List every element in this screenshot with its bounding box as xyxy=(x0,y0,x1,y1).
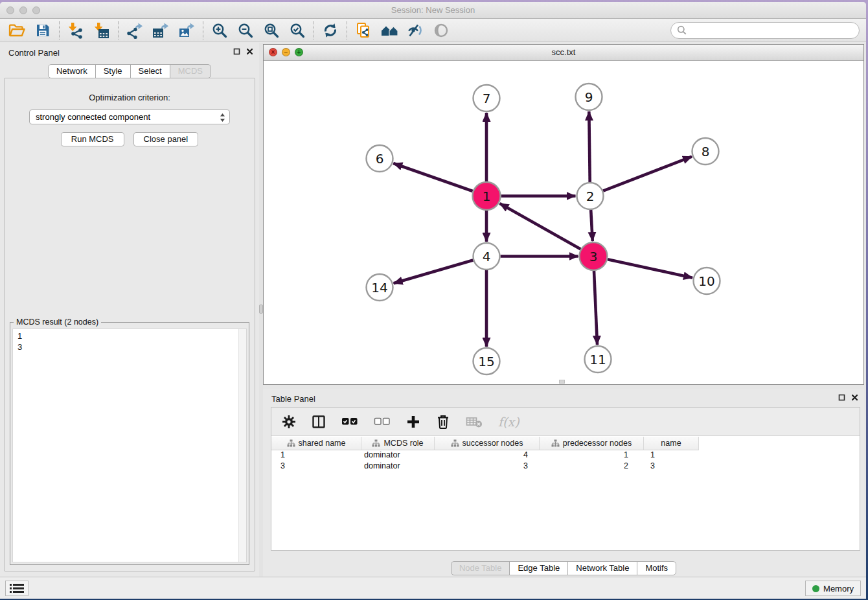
tab-node-table[interactable]: Node Table xyxy=(451,561,510,575)
canvas-resize-handle[interactable] xyxy=(559,380,565,384)
column-header-name[interactable]: name xyxy=(644,437,699,450)
import-table-button[interactable] xyxy=(89,20,115,41)
tab-network-table[interactable]: Network Table xyxy=(567,561,637,575)
table-cell: 4 xyxy=(435,450,540,461)
hide-panels-button[interactable] xyxy=(402,20,428,41)
memory-button[interactable]: Memory xyxy=(805,581,861,596)
graph-edge-4-14[interactable] xyxy=(394,260,474,284)
graph-edge-2-9[interactable] xyxy=(589,111,589,182)
control-panel-tabs: NetworkStyleSelectMCDS xyxy=(0,64,259,78)
close-panel-button[interactable]: Close panel xyxy=(133,132,199,146)
open-folder-icon xyxy=(8,23,25,38)
export-image-icon xyxy=(178,22,195,39)
deselect-all-button[interactable] xyxy=(374,417,391,426)
add-column-button[interactable] xyxy=(406,415,420,429)
float-table-panel-icon[interactable] xyxy=(838,394,845,401)
table-panel: Table Panel xyxy=(263,389,864,577)
duplicate-network-icon xyxy=(355,22,372,39)
network-window-titlebar: × − + scc.txt xyxy=(264,45,863,61)
content-area: Control Panel NetworkStyleSelectMCDS Opt… xyxy=(0,43,866,577)
network-graph[interactable]: 7968124314101511 xyxy=(264,61,863,384)
graph-edge-2-8[interactable] xyxy=(603,157,692,191)
tab-mcds[interactable]: MCDS xyxy=(170,64,211,78)
zoom-in-button[interactable] xyxy=(207,20,233,41)
zoom-fit-button[interactable] xyxy=(258,20,284,41)
graph-node-label-4: 4 xyxy=(483,249,491,264)
mcds-result-group: MCDS result (2 nodes) 13 xyxy=(10,322,249,565)
search-field[interactable] xyxy=(670,22,860,39)
minimize-window-button[interactable] xyxy=(19,6,27,14)
graph-edge-3-11[interactable] xyxy=(594,271,597,345)
open-folder-button[interactable] xyxy=(4,20,30,41)
tab-motifs[interactable]: Motifs xyxy=(637,561,676,575)
window-controls xyxy=(6,6,40,14)
export-image-button[interactable] xyxy=(174,20,200,41)
tab-network[interactable]: Network xyxy=(48,64,96,78)
dropdown-stepper-icon xyxy=(220,113,225,122)
mcds-result-area: 13 xyxy=(12,329,247,562)
float-panel-icon[interactable] xyxy=(233,48,240,55)
network-close-button[interactable]: × xyxy=(269,48,277,56)
column-header-label: name xyxy=(661,439,681,448)
graph-node-label-10: 10 xyxy=(698,273,714,289)
table-cell: 2 xyxy=(540,461,644,472)
graph-edge-2-3[interactable] xyxy=(591,210,593,241)
result-scrollbar[interactable] xyxy=(238,329,246,562)
select-all-button[interactable] xyxy=(341,417,358,426)
save-icon xyxy=(35,23,51,38)
close-window-button[interactable] xyxy=(6,6,14,14)
tab-edge-table[interactable]: Edge Table xyxy=(509,561,568,575)
column-header-predecessor-nodes[interactable]: predecessor nodes xyxy=(540,437,644,450)
export-table-button[interactable] xyxy=(148,20,174,41)
zoom-out-button[interactable] xyxy=(233,20,258,41)
delete-table-button xyxy=(466,415,483,428)
export-network-button[interactable] xyxy=(122,20,148,41)
zoom-window-button[interactable] xyxy=(32,6,40,14)
column-header-mcds-role[interactable]: MCDS role xyxy=(361,437,435,450)
graph-node-label-8: 8 xyxy=(702,144,710,159)
table-row[interactable]: 1dominator411 xyxy=(271,450,860,461)
trash-icon xyxy=(436,414,450,430)
column-header-successor-nodes[interactable]: successor nodes xyxy=(435,437,540,450)
run-mcds-button[interactable]: Run MCDS xyxy=(61,132,124,146)
export-table-icon xyxy=(152,22,169,39)
graph-edge-1-6[interactable] xyxy=(393,163,473,191)
export-network-icon xyxy=(126,22,143,39)
graph-edge-3-1[interactable] xyxy=(499,203,580,249)
eye-icon xyxy=(433,22,450,39)
search-icon xyxy=(677,25,687,35)
list-icon xyxy=(10,583,24,594)
import-network-button[interactable] xyxy=(63,20,89,41)
apply-layout-button[interactable] xyxy=(317,20,343,41)
tab-select[interactable]: Select xyxy=(130,64,170,78)
zoom-out-icon xyxy=(237,22,254,39)
table-cell: 1 xyxy=(644,450,699,461)
toggle-panes-button[interactable] xyxy=(312,415,326,429)
column-header-shared-name[interactable]: shared name xyxy=(271,437,361,450)
search-input[interactable] xyxy=(687,25,859,35)
graph-node-label-11: 11 xyxy=(589,352,606,367)
tab-style[interactable]: Style xyxy=(95,64,131,78)
network-minimize-button[interactable]: − xyxy=(282,48,290,56)
zoom-selected-button[interactable] xyxy=(284,20,310,41)
close-table-panel-icon[interactable] xyxy=(851,394,858,401)
home-button[interactable] xyxy=(376,20,402,41)
zoom-in-icon xyxy=(211,22,228,39)
toolbar-separator xyxy=(203,21,203,40)
task-history-button[interactable] xyxy=(5,581,29,596)
network-maximize-button[interactable]: + xyxy=(295,48,303,56)
criterion-dropdown[interactable]: strongly connected component xyxy=(29,110,230,124)
memory-status-icon xyxy=(812,585,819,592)
save-session-button[interactable] xyxy=(30,20,56,41)
table-cell: 1 xyxy=(271,450,361,461)
network-canvas[interactable]: 7968124314101511 xyxy=(264,61,863,384)
table-row[interactable]: 3dominator323 xyxy=(271,461,860,472)
show-panels-button[interactable] xyxy=(428,20,454,41)
table-panel-header: Table Panel xyxy=(263,389,864,408)
close-panel-icon[interactable] xyxy=(246,48,253,55)
graph-edge-3-10[interactable] xyxy=(608,259,692,277)
sort-tree-icon xyxy=(451,439,459,447)
delete-column-button[interactable] xyxy=(436,414,450,430)
duplicate-network-button[interactable] xyxy=(350,20,376,41)
table-settings-button[interactable] xyxy=(282,415,296,429)
